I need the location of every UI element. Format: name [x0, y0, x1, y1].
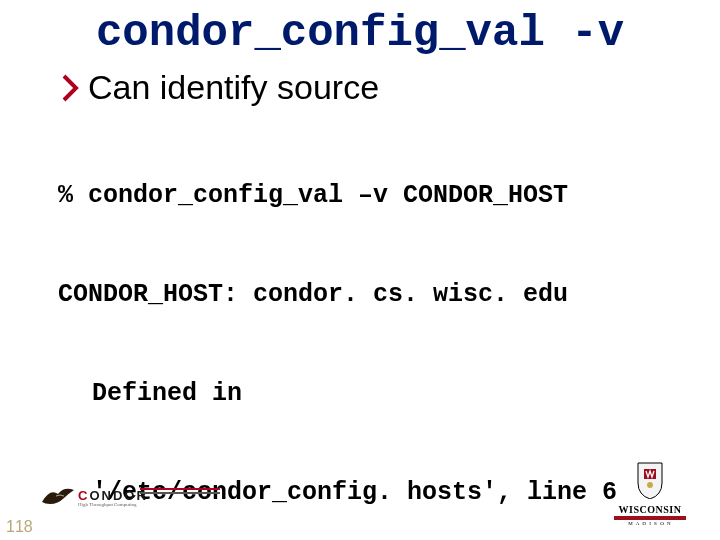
wisconsin-logo: WISCONSIN M A D I S O N — [614, 459, 686, 526]
eagle-icon — [40, 484, 76, 508]
footer-divider — [140, 486, 220, 496]
bullet-row: Can identify source — [62, 68, 720, 107]
crest-icon — [634, 459, 666, 499]
slide: condor_config_val -v Can identify source… — [0, 0, 720, 540]
slide-title: condor_config_val -v — [0, 0, 720, 58]
wisconsin-logo-text: WISCONSIN — [614, 504, 686, 515]
condor-logo-text: CONDOR — [78, 488, 148, 503]
page-number: 118 — [6, 518, 33, 536]
chevron-icon — [62, 74, 82, 102]
code-line-1: % condor_config_val –v CONDOR_HOST — [58, 179, 680, 212]
code-line-3: Defined in — [58, 377, 680, 410]
svg-point-3 — [647, 482, 653, 488]
wisconsin-rule — [614, 516, 686, 520]
condor-logo-text-wrap: CONDOR High Throughput Computing — [76, 486, 148, 507]
footer: CONDOR High Throughput Computing WISCONS… — [0, 462, 720, 540]
bullet-text: Can identify source — [88, 68, 379, 107]
code-line-2: CONDOR_HOST: condor. cs. wisc. edu — [58, 278, 680, 311]
condor-logo: CONDOR High Throughput Computing — [40, 484, 148, 508]
wisconsin-logo-sub: M A D I S O N — [614, 521, 686, 526]
